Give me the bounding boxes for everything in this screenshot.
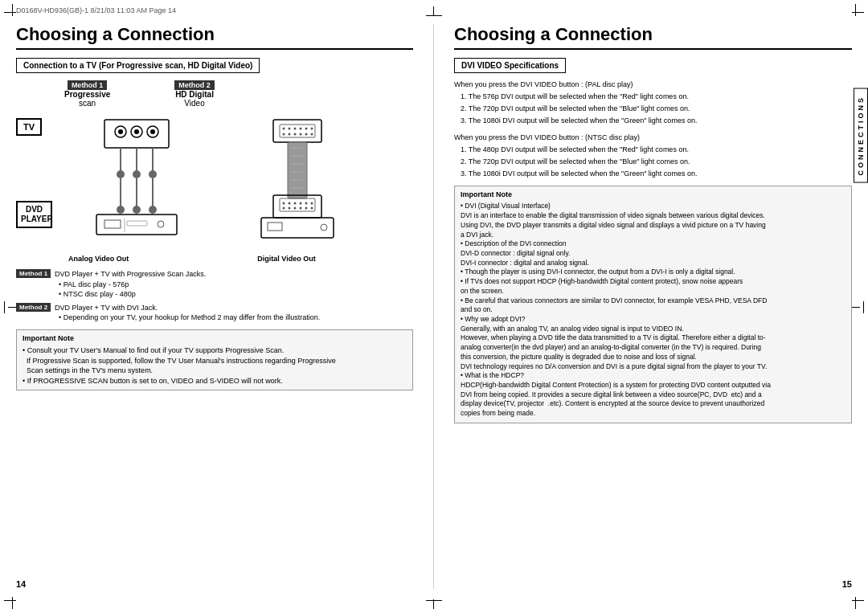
right-important-note: Important Note • DVI (Digital Visual Int…	[454, 186, 852, 423]
dvd-label: DVD PLAYER	[16, 201, 52, 228]
svg-point-53	[289, 207, 291, 210]
diagram-area: TV DVD PLAYER	[16, 112, 413, 248]
svg-point-55	[300, 207, 302, 210]
method1-name: Progressive	[64, 90, 110, 99]
svg-point-5	[150, 129, 155, 134]
ntsc-intro-text: When you press the DVI VIDEO button : (N…	[454, 133, 852, 143]
svg-point-36	[305, 133, 308, 136]
right-page: Choosing a Connection DVI VIDEO Specific…	[434, 24, 852, 589]
svg-point-30	[305, 128, 308, 130]
method2-sub: Video	[174, 99, 215, 108]
crop-mark-tl-v	[12, 4, 13, 16]
top-bar: D0168V-HD936(GB)-1 8/21/03 11:03 AM Page…	[16, 6, 176, 14]
svg-rect-23	[127, 221, 147, 226]
left-important-note-header: Important Note	[23, 334, 407, 342]
svg-point-51	[311, 202, 313, 205]
left-page-number: 14	[16, 579, 26, 589]
svg-point-3	[118, 129, 123, 134]
left-page-title: Choosing a Connection	[16, 24, 413, 50]
svg-point-10	[117, 170, 125, 178]
right-important-note-header: Important Note	[461, 190, 845, 198]
svg-point-49	[300, 202, 302, 205]
svg-point-21	[158, 221, 164, 227]
svg-point-35	[300, 133, 302, 136]
page-container: D0168V-HD936(GB)-1 8/21/03 11:03 AM Page…	[0, 0, 868, 613]
svg-point-16	[117, 206, 125, 214]
method1-badge: Method 1	[68, 80, 108, 90]
svg-point-56	[305, 207, 308, 210]
svg-point-12	[149, 170, 157, 178]
crop-mark-top-center-h	[426, 15, 442, 16]
crop-mark-tr-h	[852, 12, 864, 13]
caption1: Analog Video Out	[68, 255, 129, 263]
pal-intro: When you press the DVI VIDEO button : (P…	[454, 80, 852, 126]
svg-point-61	[321, 224, 327, 231]
left-important-note: Important Note • Consult your TV User's …	[16, 329, 413, 390]
method2-name: HD Digital	[174, 90, 215, 99]
crop-mark-right-center-v	[863, 301, 864, 313]
svg-point-48	[294, 202, 297, 205]
method2-col: Method 2 HD Digital Video	[174, 80, 215, 108]
method1-note-text: DVD Player + TV with Progressive Scan Ja…	[55, 269, 206, 300]
svg-point-37	[311, 133, 313, 136]
pal-intro-text: When you press the DVI VIDEO button : (P…	[454, 80, 852, 90]
svg-point-29	[300, 128, 302, 130]
method1-note-badge: Method 1	[16, 269, 51, 278]
method1-col: Method 1 Progressive scan	[64, 80, 110, 108]
ntsc-line2: 2. The 720p DVI output will be selected …	[454, 157, 852, 167]
svg-point-27	[289, 128, 291, 130]
svg-rect-59	[261, 218, 334, 238]
right-section-header: DVI VIDEO Specifications	[454, 58, 566, 73]
svg-point-50	[305, 202, 308, 205]
svg-rect-19	[96, 215, 177, 235]
pal-line2: 2. The 720p DVI output will be selected …	[454, 104, 852, 114]
ntsc-line1: 1. The 480p DVI output will be selected …	[454, 145, 852, 155]
svg-rect-38	[288, 142, 307, 198]
ntsc-line3: 3. The 1080i DVI output will be selected…	[454, 169, 852, 179]
svg-point-28	[294, 128, 297, 130]
svg-point-4	[134, 129, 139, 134]
crop-mark-tl-h	[4, 12, 16, 13]
svg-point-18	[149, 206, 157, 214]
crop-mark-br-v	[855, 597, 856, 609]
main-content: Choosing a Connection Connection to a TV…	[16, 24, 852, 589]
svg-point-57	[311, 207, 313, 210]
svg-point-17	[133, 206, 141, 214]
crop-mark-tr-v	[855, 4, 856, 16]
crop-mark-left-center-v	[4, 301, 5, 313]
svg-point-52	[283, 207, 285, 210]
crop-mark-bl-h	[4, 600, 16, 601]
method1-note: Method 1 DVD Player + TV with Progressiv…	[16, 269, 413, 300]
svg-point-54	[294, 207, 297, 210]
crop-mark-top-center-v	[433, 6, 434, 16]
svg-point-26	[283, 128, 285, 130]
left-section-header: Connection to a TV (For Progressive scan…	[16, 58, 260, 73]
tv-label: TV	[16, 118, 42, 136]
top-bar-text: D0168V-HD936(GB)-1 8/21/03 11:03 AM Page…	[16, 6, 176, 14]
diagram-captions: Analog Video Out Digital Video Out	[68, 255, 413, 263]
method1-sub: scan	[64, 99, 110, 108]
method2-note-badge: Method 2	[16, 303, 51, 312]
svg-point-31	[311, 128, 313, 130]
method2-note-text: DVD Player + TV with DVI Jack. • Dependi…	[55, 303, 320, 323]
svg-point-11	[133, 170, 141, 178]
left-page: Choosing a Connection Connection to a TV…	[16, 24, 434, 589]
svg-rect-25	[280, 125, 315, 137]
connections-sidebar: CONNECTIONS	[854, 88, 868, 183]
left-important-note-text: • Consult your TV User's Manual to find …	[23, 345, 407, 386]
caption2: Digital Video Out	[257, 255, 315, 263]
pal-line3: 3. The 1080i DVI output will be selected…	[454, 116, 852, 126]
svg-rect-24	[273, 120, 321, 142]
svg-rect-20	[104, 220, 121, 228]
crop-mark-bl-v	[12, 597, 13, 609]
method2-badge: Method 2	[174, 80, 215, 90]
svg-rect-60	[268, 223, 282, 231]
crop-mark-br-h	[852, 600, 864, 601]
ntsc-section: When you press the DVI VIDEO button : (N…	[454, 133, 852, 179]
svg-rect-45	[280, 198, 315, 211]
method2-note: Method 2 DVD Player + TV with DVI Jack. …	[16, 303, 413, 323]
svg-point-34	[294, 133, 297, 136]
method-labels-row: Method 1 Progressive scan Method 2 HD Di…	[64, 80, 413, 108]
right-page-number: 15	[842, 579, 852, 589]
svg-point-32	[283, 133, 285, 136]
